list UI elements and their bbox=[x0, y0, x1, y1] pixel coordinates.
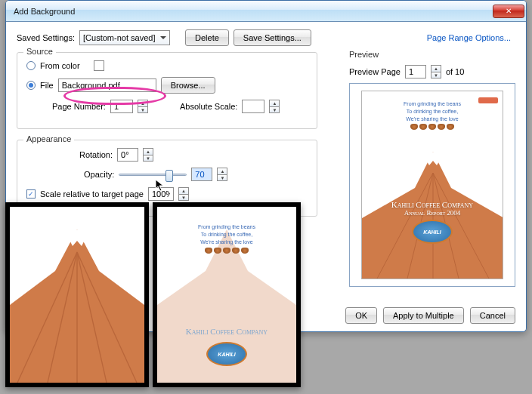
saved-settings-select[interactable]: [Custom-not saved] bbox=[79, 30, 170, 45]
apply-multiple-button[interactable]: Apply to Multiple bbox=[383, 307, 464, 324]
from-color-label: From color bbox=[40, 61, 80, 70]
preview-legend: Preview bbox=[349, 50, 515, 59]
absolute-scale-spinner[interactable]: ▲▼ bbox=[269, 100, 280, 113]
cancel-button[interactable]: Cancel bbox=[470, 307, 515, 324]
thumbnail-before bbox=[5, 202, 149, 387]
file-radio-label: File bbox=[40, 81, 54, 90]
rotation-label: Rotation: bbox=[79, 150, 113, 159]
mountain-art bbox=[10, 207, 144, 383]
preview-company: Kahili Coffee Company Annual Report 2004… bbox=[362, 200, 503, 247]
from-color-radio[interactable] bbox=[26, 61, 36, 70]
page-range-options-link[interactable]: Page Range Options... bbox=[427, 33, 511, 42]
garland-icon bbox=[362, 124, 503, 130]
file-input[interactable] bbox=[58, 78, 156, 92]
scale-relative-spinner[interactable]: ▲▼ bbox=[178, 187, 189, 201]
rotation-spinner[interactable]: ▲▼ bbox=[143, 148, 153, 162]
preview-group: Preview Preview Page ▲▼ of 10 From grind… bbox=[349, 50, 515, 287]
delete-button[interactable]: Delete bbox=[185, 29, 229, 46]
page-number-input[interactable] bbox=[110, 100, 133, 113]
ok-button[interactable]: OK bbox=[345, 307, 377, 324]
opacity-slider[interactable] bbox=[119, 168, 187, 180]
opacity-input[interactable] bbox=[191, 168, 212, 181]
tag-icon bbox=[478, 97, 498, 103]
scale-relative-input[interactable] bbox=[148, 187, 174, 201]
logo-icon: KAHILI bbox=[206, 342, 247, 366]
page-number-spinner[interactable]: ▲▼ bbox=[138, 100, 148, 113]
thumbnail-after: From grinding the beans To drinking the … bbox=[153, 202, 301, 387]
thumb-company: Kahili Coffee Company bbox=[157, 327, 296, 336]
logo-icon: KAHILI bbox=[412, 220, 453, 244]
preview-page: From grinding the beans To drinking the … bbox=[361, 91, 503, 279]
preview-frame: From grinding the beans To drinking the … bbox=[349, 83, 515, 287]
saved-settings-label: Saved Settings: bbox=[17, 33, 75, 42]
preview-page-label: Preview Page bbox=[349, 67, 401, 76]
preview-page-spinner[interactable]: ▲▼ bbox=[431, 65, 441, 78]
color-swatch[interactable] bbox=[94, 60, 104, 71]
preview-page-input[interactable] bbox=[405, 65, 426, 78]
scale-relative-checkbox[interactable]: ✓ bbox=[26, 189, 36, 199]
appearance-legend: Appearance bbox=[23, 134, 74, 143]
scale-relative-label: Scale relative to target page bbox=[40, 189, 144, 199]
absolute-scale-input[interactable] bbox=[242, 100, 264, 113]
titlebar[interactable]: Add Background ✕ bbox=[6, 1, 526, 22]
opacity-spinner[interactable]: ▲▼ bbox=[217, 168, 227, 181]
absolute-scale-label: Absolute Scale: bbox=[180, 102, 237, 111]
file-radio[interactable] bbox=[26, 81, 36, 90]
rotation-input[interactable] bbox=[117, 148, 138, 162]
close-button[interactable]: ✕ bbox=[493, 5, 524, 18]
browse-button[interactable]: Browse... bbox=[161, 77, 215, 94]
dialog-title: Add Background bbox=[14, 7, 493, 16]
save-settings-button[interactable]: Save Settings... bbox=[234, 29, 311, 46]
source-legend: Source bbox=[23, 47, 56, 56]
opacity-label: Opacity: bbox=[84, 170, 114, 179]
preview-of-label: of 10 bbox=[446, 67, 464, 76]
garland-icon bbox=[157, 248, 296, 254]
page-number-label: Page Number: bbox=[52, 102, 106, 111]
